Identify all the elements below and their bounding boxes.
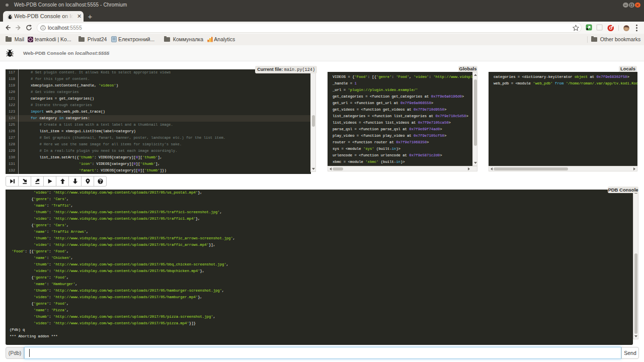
svg-text:W: W — [10, 16, 12, 18]
